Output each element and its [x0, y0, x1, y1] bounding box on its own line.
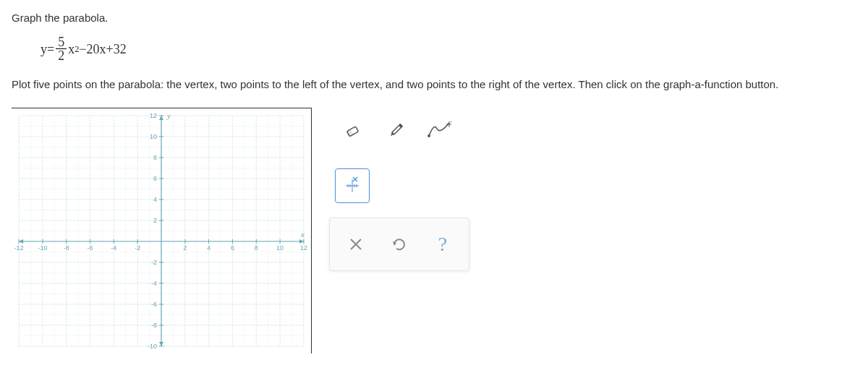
svg-text:12: 12 [300, 244, 307, 252]
eq-frac-num: 5 [56, 35, 67, 49]
tool-row-1 [329, 108, 469, 154]
eq-tail: −20x+32 [79, 42, 126, 57]
svg-text:-6: -6 [88, 244, 93, 252]
svg-marker-119 [299, 239, 304, 244]
svg-text:-2: -2 [151, 259, 157, 266]
point-tool-icon [341, 175, 363, 197]
undo-icon [390, 235, 409, 254]
tool-row-actions: ? [329, 218, 469, 271]
svg-text:-12: -12 [14, 244, 24, 252]
svg-text:-6: -6 [151, 301, 157, 308]
x-axis-label: x [300, 230, 305, 239]
eraser-icon [341, 120, 363, 142]
eraser-button[interactable] [335, 113, 370, 148]
help-icon: ? [438, 233, 447, 256]
svg-text:10: 10 [150, 133, 157, 140]
undo-button[interactable] [382, 227, 417, 262]
svg-text:-2: -2 [135, 244, 140, 252]
svg-text:-10: -10 [38, 244, 47, 252]
problem-intro: Graph the parabola. [12, 12, 856, 24]
eq-x: x [68, 42, 75, 57]
problem-instructions: Plot five points on the parabola: the ve… [12, 78, 856, 90]
pencil-icon [385, 120, 407, 142]
svg-text:4: 4 [153, 196, 157, 203]
svg-text:6: 6 [231, 244, 234, 252]
y-axis-label: y [166, 111, 171, 120]
graph-panel[interactable]: -12-10-8-6-4-224681012-10-8-6-4-22468101… [12, 108, 312, 353]
svg-text:8: 8 [255, 244, 258, 252]
work-area: -12-10-8-6-4-224681012-10-8-6-4-22468101… [12, 108, 856, 353]
svg-text:2: 2 [183, 244, 187, 252]
svg-text:-4: -4 [111, 244, 116, 252]
tool-row-2a [329, 163, 469, 209]
svg-text:4: 4 [207, 244, 210, 252]
help-button[interactable]: ? [425, 227, 460, 262]
eq-fraction: 5 2 [56, 35, 67, 64]
pencil-button[interactable] [378, 113, 413, 148]
svg-text:-8: -8 [64, 244, 69, 252]
svg-text:8: 8 [153, 154, 157, 161]
graph-svg[interactable]: -12-10-8-6-4-224681012-10-8-6-4-22468101… [12, 108, 311, 353]
svg-text:6: 6 [153, 175, 157, 182]
close-icon [347, 236, 365, 253]
svg-marker-121 [159, 116, 163, 120]
tools-panel: ? [329, 108, 469, 271]
point-tool-button[interactable] [335, 168, 370, 203]
graph-function-button[interactable] [422, 113, 456, 148]
svg-marker-120 [19, 239, 23, 244]
equation: y= 5 2 x2−20x+32 [41, 35, 856, 64]
svg-text:10: 10 [276, 244, 284, 252]
graph-function-icon [427, 120, 451, 142]
eq-frac-den: 2 [56, 49, 67, 64]
svg-text:-10: -10 [148, 343, 157, 350]
svg-text:-8: -8 [151, 322, 157, 329]
svg-text:2: 2 [153, 217, 157, 224]
clear-button[interactable] [339, 227, 373, 262]
svg-text:-4: -4 [151, 280, 157, 287]
eq-lhs: y= [41, 42, 54, 57]
svg-marker-122 [159, 342, 163, 346]
svg-point-128 [427, 134, 430, 137]
svg-text:12: 12 [150, 112, 157, 119]
